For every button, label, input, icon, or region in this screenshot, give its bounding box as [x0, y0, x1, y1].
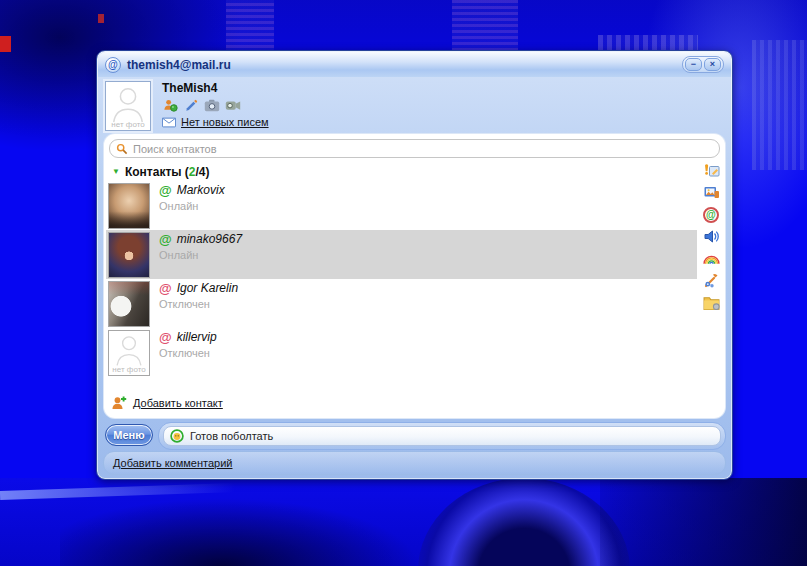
photo-album-icon[interactable] — [702, 183, 721, 202]
edit-pencil-icon[interactable] — [183, 98, 199, 114]
online-count: 2 — [189, 165, 196, 179]
video-camera-icon[interactable] — [225, 98, 241, 114]
envelope-icon — [162, 117, 176, 128]
contact-avatar — [108, 281, 150, 327]
presence-online-icon: @ — [159, 184, 172, 197]
profile-section: нет фото TheMish4 — [105, 81, 724, 133]
car-shadow — [60, 498, 420, 566]
no-photo-caption: нет фото — [109, 365, 149, 374]
no-new-mail-link[interactable]: Нет новых писем — [181, 116, 269, 128]
contacts-group-header[interactable]: ▼ Контакты (2/4) — [112, 165, 210, 179]
profile-name: TheMish4 — [162, 81, 269, 95]
building-silhouette — [752, 40, 807, 170]
search-icon — [116, 143, 128, 155]
themes-rainbow-icon[interactable] — [702, 249, 721, 268]
agent-at-icon[interactable]: @ — [702, 205, 721, 224]
desktop-bottom-area — [0, 478, 807, 566]
contact-name: minako9667 — [177, 232, 242, 246]
status-text: Готов поболтать — [190, 430, 273, 442]
collapse-triangle-icon: ▼ — [112, 168, 120, 176]
title-bar: @ themish4@mail.ru − × — [98, 52, 731, 77]
status-selector[interactable]: Готов поболтать — [163, 426, 721, 446]
files-folder-icon[interactable] — [702, 293, 721, 312]
add-contact-icon — [111, 395, 127, 411]
contact-status: Онлайн — [159, 200, 225, 212]
contact-row[interactable]: нет фото @ killervip Отключен — [106, 328, 697, 377]
contact-search-box — [109, 139, 720, 158]
contact-status: Онлайн — [159, 249, 242, 261]
photo-camera-icon[interactable] — [204, 98, 220, 114]
search-input[interactable] — [133, 143, 713, 155]
menu-button[interactable]: Меню — [105, 424, 153, 446]
profile-actions — [162, 97, 269, 114]
sidebar-icon-strip: @ — [700, 161, 722, 312]
red-sign-small — [98, 14, 104, 23]
sound-speaker-icon[interactable] — [702, 227, 721, 246]
minimize-button[interactable]: − — [685, 58, 702, 71]
window-controls: − × — [682, 56, 724, 73]
agent-logo-icon: @ — [105, 57, 121, 73]
presence-offline-icon: @ — [159, 331, 172, 344]
status-bar: Готов поболтать — [158, 422, 726, 450]
my-world-status-icon[interactable] — [162, 98, 178, 114]
contact-name: Markovix — [177, 183, 225, 197]
contact-name: killervip — [177, 330, 217, 344]
contact-avatar — [108, 232, 150, 278]
comment-bar: Добавить комментарий — [103, 451, 726, 475]
group-header-label: Контакты (2/4) — [125, 165, 210, 179]
contact-status: Отключен — [159, 347, 217, 359]
presence-offline-icon: @ — [159, 282, 172, 295]
add-comment-link[interactable]: Добавить комментарий — [113, 457, 232, 469]
red-sign — [0, 36, 11, 52]
contact-name: Igor Karelin — [177, 281, 238, 295]
no-photo-caption: нет фото — [106, 120, 150, 129]
contact-row-selected[interactable]: @ minako9667 Онлайн — [106, 230, 697, 279]
messenger-window: @ themish4@mail.ru − × нет фото TheMish4 — [96, 50, 733, 480]
profile-avatar[interactable]: нет фото — [105, 81, 151, 131]
car-roof-highlight — [0, 483, 235, 500]
no-photo-silhouette-icon — [109, 84, 147, 124]
add-contact-button[interactable]: Добавить контакт — [111, 395, 223, 411]
contact-avatar-no-photo: нет фото — [108, 330, 150, 376]
contact-row[interactable]: @ Markovix Онлайн — [106, 181, 697, 230]
add-contact-label: Добавить контакт — [133, 397, 223, 409]
car-wheel-photo — [418, 478, 630, 566]
contacts-panel: ▼ Контакты (2/4) @ Markovix Онлайн — [104, 134, 725, 418]
events-alert-icon[interactable] — [702, 161, 721, 180]
contact-status: Отключен — [159, 298, 238, 310]
window-title: themish4@mail.ru — [127, 58, 231, 72]
no-photo-silhouette-icon — [112, 333, 146, 367]
status-smiley-icon — [170, 429, 184, 443]
close-button[interactable]: × — [704, 58, 721, 71]
contact-avatar — [108, 183, 150, 229]
settings-tools-icon[interactable] — [702, 271, 721, 290]
contact-row[interactable]: @ Igor Karelin Отключен — [106, 279, 697, 328]
desktop-dark-corner-bottom — [600, 478, 807, 566]
presence-online-icon: @ — [159, 233, 172, 246]
contact-list: @ Markovix Онлайн @ minako9667 Онлайн — [106, 181, 697, 377]
